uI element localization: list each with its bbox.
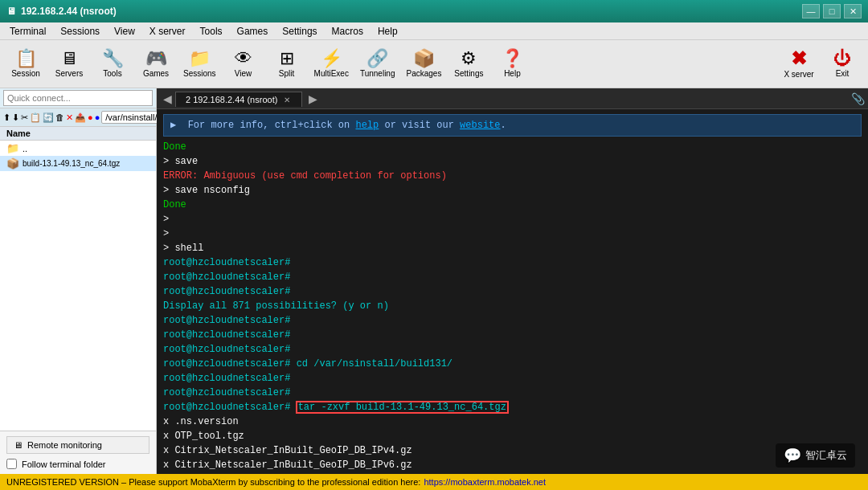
title-bar: 🖥 192.168.2.44 (nsroot) — □ ✕: [0, 0, 868, 22]
tab-label: 2 192.168.2.44 (nsroot): [186, 95, 277, 104]
toolbar-session[interactable]: 📋 Session: [6, 43, 45, 85]
menu-help[interactable]: Help: [371, 24, 404, 39]
file-item-parent[interactable]: 📁 ..: [0, 141, 156, 156]
session-label: Session: [11, 69, 40, 78]
window-title: 192.168.2.44 (nsroot): [21, 6, 117, 17]
split-label: Split: [279, 69, 294, 78]
terminal-content[interactable]: ▶ For more info, ctrl+click on help or v…: [157, 109, 868, 474]
sidebar-close-btn[interactable]: ✕: [66, 110, 73, 125]
toolbar-tools[interactable]: 🔧 Tools: [93, 43, 132, 85]
remote-monitoring-button[interactable]: 🖥 Remote monitoring: [6, 436, 149, 454]
toolbar-split[interactable]: ⊞ Split: [268, 43, 306, 85]
multiexec-icon: ⚡: [321, 50, 342, 67]
menu-tools[interactable]: Tools: [194, 24, 229, 39]
term-line: > shell: [163, 241, 862, 255]
toolbar-view[interactable]: 👁 View: [224, 43, 263, 85]
tab-nav-left[interactable]: ◀: [160, 92, 175, 105]
follow-terminal-container: Follow terminal folder: [6, 459, 149, 469]
servers-label: Servers: [55, 69, 83, 78]
title-bar-controls: — □ ✕: [802, 4, 862, 18]
games-label: Games: [143, 69, 169, 78]
term-line: root@hzcloudnetscaler#: [163, 255, 862, 270]
wechat-icon: 💬: [784, 447, 801, 464]
toolbar-multiexec[interactable]: ⚡ MultiExec: [311, 43, 352, 85]
exit-icon: ⏻: [833, 50, 851, 67]
menu-xserver[interactable]: X server: [143, 24, 192, 39]
follow-terminal-checkbox[interactable]: [6, 459, 17, 469]
title-bar-left: 🖥 192.168.2.44 (nsroot): [6, 6, 117, 17]
toolbar-right: ✖ X server ⏻ Exit: [780, 43, 862, 85]
help-link[interactable]: help: [355, 120, 379, 131]
tab-bar: ◀ 2 192.168.2.44 (nsroot) ✕ ▶ 📎: [157, 88, 868, 109]
term-line: Done: [163, 198, 862, 212]
status-link[interactable]: https://mobaxterm.mobatek.net: [424, 477, 546, 487]
minimize-button[interactable]: —: [802, 4, 820, 18]
tunneling-label: Tunneling: [360, 69, 395, 78]
website-link[interactable]: website: [460, 120, 500, 131]
sidebar-copy-btn[interactable]: 📋: [30, 110, 41, 125]
status-bar: UNREGISTERED VERSION – Please support Mo…: [0, 474, 868, 490]
sidebar-upload-btn[interactable]: 📤: [75, 110, 86, 125]
app-icon: 🖥: [6, 6, 16, 17]
sidebar-up-btn[interactable]: ⬆: [3, 110, 10, 125]
toolbar-help[interactable]: ❓ Help: [493, 43, 531, 85]
menu-macros[interactable]: Macros: [326, 24, 370, 39]
sidebar-delete-btn[interactable]: 🗑: [55, 110, 64, 125]
tools-icon: 🔧: [102, 50, 124, 67]
toolbar-sessions[interactable]: 📁 Sessions: [180, 43, 219, 85]
menu-view[interactable]: View: [108, 24, 141, 39]
toolbar-exit[interactable]: ⏻ Exit: [823, 43, 862, 85]
term-line: x Citrix_Netscaler_InBuilt_GeoIP_DB_IPv4…: [163, 443, 862, 458]
sessions-icon: 📁: [189, 50, 211, 67]
file-browser: Name 📁 .. 📦 build-13.1-49.13_nc_64.tgz: [0, 127, 156, 431]
toolbar-packages[interactable]: 📦 Packages: [403, 43, 445, 85]
toolbar-settings[interactable]: ⚙ Settings: [449, 43, 488, 85]
sidebar-blue-btn[interactable]: ●: [95, 110, 100, 125]
sidebar-down-btn[interactable]: ⬇: [12, 110, 19, 125]
archive-icon: 📦: [6, 157, 19, 169]
toolbar: 📋 Session 🖥 Servers 🔧 Tools 🎮 Games 📁 Se…: [0, 40, 868, 88]
term-line: root@hzcloudnetscaler#: [163, 328, 862, 342]
main-layout: ⬆ ⬇ ✂ 📋 🔄 🗑 ✕ 📤 ● ● /var/nsinstall/build…: [0, 88, 868, 474]
settings-label: Settings: [454, 69, 483, 78]
file-name-parent: ..: [23, 144, 27, 153]
session-icon: 📋: [15, 50, 37, 67]
terminal-tab-active[interactable]: 2 192.168.2.44 (nsroot) ✕: [175, 92, 302, 107]
attach-icon[interactable]: 📎: [851, 92, 865, 105]
term-line-highlight: root@hzcloudnetscaler# tar -zxvf build-1…: [163, 400, 862, 414]
menu-bar: Terminal Sessions View X server Tools Ga…: [0, 22, 868, 40]
highlight-command: tar -zxvf build-13.1-49.13_nc_64.tgz: [297, 402, 508, 413]
sidebar-red-btn[interactable]: ●: [88, 110, 93, 125]
sidebar-bottom: 🖥 Remote monitoring Follow terminal fold…: [0, 431, 156, 474]
toolbar-xserver[interactable]: ✖ X server: [780, 43, 818, 85]
menu-games[interactable]: Games: [231, 24, 275, 39]
tab-nav-right[interactable]: ▶: [305, 92, 321, 105]
term-line: x installns: [163, 472, 862, 474]
sidebar-cut-btn[interactable]: ✂: [21, 110, 28, 125]
term-line: root@hzcloudnetscaler# cd /var/nsinstall…: [163, 357, 862, 371]
close-button[interactable]: ✕: [844, 4, 862, 18]
term-line: >: [163, 227, 862, 241]
file-item-tgz[interactable]: 📦 build-13.1-49.13_nc_64.tgz: [0, 156, 156, 171]
sidebar-toolbar: ⬆ ⬇ ✂ 📋 🔄 🗑 ✕ 📤 ● ● /var/nsinstall/build…: [0, 108, 156, 127]
sidebar-refresh-btn[interactable]: 🔄: [43, 110, 54, 125]
toolbar-servers[interactable]: 🖥 Servers: [50, 43, 88, 85]
remote-monitoring-label: Remote monitoring: [27, 440, 102, 450]
maximize-button[interactable]: □: [823, 4, 841, 18]
menu-settings[interactable]: Settings: [276, 24, 323, 39]
xserver-icon: ✖: [791, 49, 807, 68]
toolbar-games[interactable]: 🎮 Games: [137, 43, 175, 85]
toolbar-tunneling[interactable]: 🔗 Tunneling: [357, 43, 399, 85]
term-line: x .ns.version: [163, 414, 862, 429]
menu-terminal[interactable]: Terminal: [3, 24, 52, 39]
servers-icon: 🖥: [60, 50, 78, 67]
menu-sessions[interactable]: Sessions: [54, 24, 106, 39]
term-line: root@hzcloudnetscaler#: [163, 313, 862, 328]
exit-label: Exit: [836, 69, 850, 78]
term-line: root@hzcloudnetscaler#: [163, 342, 862, 357]
follow-terminal-label[interactable]: Follow terminal folder: [22, 459, 106, 469]
quick-connect-input[interactable]: [3, 90, 153, 106]
term-line: x OTP_tool.tgz: [163, 429, 862, 443]
folder-icon: 📁: [6, 142, 19, 154]
tab-close-button[interactable]: ✕: [282, 96, 292, 104]
